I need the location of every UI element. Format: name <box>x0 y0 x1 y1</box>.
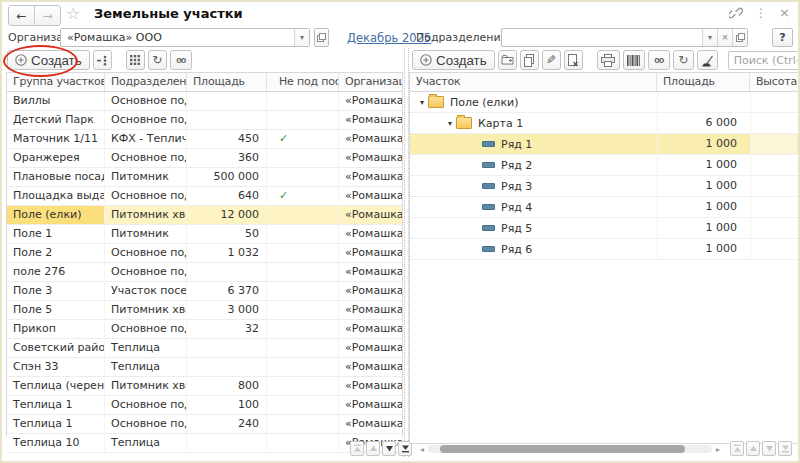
grid-settings-button[interactable] <box>126 50 145 70</box>
column-header-flag[interactable]: Не под посадку <box>267 73 339 91</box>
cell-area <box>187 92 267 110</box>
organization-choose-button[interactable] <box>314 28 329 47</box>
help-button[interactable]: ? <box>772 28 793 47</box>
scroll-left-icon[interactable]: ◂ <box>420 445 428 454</box>
table-row[interactable]: Спэн 33Теплица«Ромашка» ООО <box>7 358 402 377</box>
table-row[interactable]: ВиллыОсновное подра...«Ромашка» ООО <box>7 92 402 111</box>
cell-height <box>750 176 797 196</box>
left-links-button[interactable]: oo <box>170 50 192 70</box>
table-row[interactable]: Теплица (черенки)Питомник хвойные800«Ром… <box>7 377 402 396</box>
copy-button[interactable] <box>520 50 539 70</box>
table-row[interactable]: Советский районТеплица«Ромашка» ООО <box>7 339 402 358</box>
table-row[interactable]: ПрикопОсновное подра...32«Ромашка» ООО <box>7 320 402 339</box>
cell-flag <box>267 206 339 224</box>
go-top-button[interactable] <box>730 441 744 456</box>
go-top-button[interactable] <box>350 441 364 456</box>
table-row[interactable]: Теплица 1Основное подра...240«Ромашка» О… <box>7 415 402 434</box>
cell-dept: Основное подра... <box>105 149 187 167</box>
favorite-star-icon[interactable]: ☆ <box>66 4 80 23</box>
column-header-height[interactable]: Высота в ст <box>750 73 797 91</box>
page-up-button[interactable] <box>366 441 380 456</box>
right-create-button[interactable]: Создать <box>412 50 495 70</box>
cell-group: Теплица 1 <box>7 415 105 433</box>
table-row[interactable]: Плановые посадкиПитомник500 000«Ромашка»… <box>7 168 402 187</box>
tree-row[interactable]: Ряд 61 000 <box>410 239 798 260</box>
table-row[interactable]: Площадка выдачиОсновное подра...640✓«Ром… <box>7 187 402 206</box>
app-window: ← → ☆ Земельные участки ⋮ × Организация:… <box>0 0 800 463</box>
table-row[interactable]: Поле 5Питомник хвойные3 000«Ромашка» ООО <box>7 301 402 320</box>
tree-row[interactable]: ▾Карта 16 000 <box>410 113 798 134</box>
table-row[interactable]: Поле 2Основное подра...1 032«Ромашка» ОО… <box>7 244 402 263</box>
department-combobox[interactable]: ▾ × <box>501 28 748 47</box>
department-value[interactable] <box>502 29 702 46</box>
cell-org: «Ромашка» ООО <box>339 111 402 129</box>
cell-area <box>187 339 267 357</box>
column-header-area[interactable]: Площадь <box>187 73 267 91</box>
mark-deletion-button[interactable] <box>564 50 583 70</box>
cell-area: 12 000 <box>187 206 267 224</box>
cell-group: Маточник 1/11 <box>7 130 105 148</box>
forward-button[interactable]: → <box>34 6 60 25</box>
search-input[interactable] <box>729 52 800 69</box>
go-bottom-button[interactable] <box>778 441 792 456</box>
table-row[interactable]: ОранжереяОсновное подра...360«Ромашка» О… <box>7 149 402 168</box>
department-clear-icon[interactable]: × <box>717 29 732 46</box>
cell-group: Поле (елки) <box>7 206 105 224</box>
expander-icon[interactable]: ▾ <box>416 98 428 107</box>
left-toolbar: Создать ↻ oo <box>7 49 192 71</box>
column-header-group[interactable]: Группа участков <box>7 73 105 91</box>
expander-icon[interactable]: ▾ <box>444 119 456 128</box>
tree-row[interactable]: Ряд 11 000 <box>410 134 798 155</box>
scrollbar-thumb[interactable] <box>440 445 685 453</box>
scrollbar-track[interactable] <box>428 445 712 453</box>
close-icon[interactable]: × <box>779 6 790 20</box>
tree-row[interactable]: Ряд 31 000 <box>410 176 798 197</box>
tree-row[interactable]: ▾Поле (елки) <box>410 92 798 113</box>
table-row[interactable]: Поле 3Участок посева6 370«Ромашка» ООО <box>7 282 402 301</box>
create-group-button[interactable] <box>498 50 517 70</box>
barcode-button[interactable] <box>623 50 645 70</box>
edit-button[interactable]: ✎ <box>542 50 561 70</box>
table-row[interactable]: Теплица 1Основное подра...100«Ромашка» О… <box>7 396 402 415</box>
back-button[interactable]: ← <box>9 6 34 25</box>
left-refresh-button[interactable]: ↻ <box>148 50 167 70</box>
checkmark-icon: ✓ <box>279 132 288 145</box>
department-choose-icon[interactable] <box>732 29 747 46</box>
cell-group: Спэн 33 <box>7 358 105 376</box>
scroll-right-icon[interactable]: ▸ <box>712 445 720 454</box>
column-header-plot[interactable]: Участок <box>410 73 657 91</box>
right-links-button[interactable]: oo <box>648 50 670 70</box>
left-create-button[interactable]: Создать <box>7 50 90 70</box>
right-refresh-button[interactable]: ↻ <box>673 50 694 70</box>
cell-org: «Ромашка» ООО <box>339 149 402 167</box>
page-down-button[interactable] <box>382 441 396 456</box>
page-down-button[interactable] <box>762 441 776 456</box>
cell-area: 1 000 <box>657 134 750 154</box>
cell-area: 1 032 <box>187 244 267 262</box>
tree-row[interactable]: Ряд 41 000 <box>410 197 798 218</box>
cell-org: «Ромашка» ООО <box>339 377 402 395</box>
tree-row[interactable]: Ряд 51 000 <box>410 218 798 239</box>
table-row[interactable]: поле 276Основное подра...«Ромашка» ООО <box>7 263 402 282</box>
cell-group: Теплица (черенки) <box>7 377 105 395</box>
get-link-icon[interactable] <box>729 6 743 20</box>
hierarchy-view-button[interactable] <box>93 50 112 70</box>
more-menu-icon[interactable]: ⋮ <box>755 6 767 20</box>
print-button[interactable] <box>597 50 620 70</box>
page-up-button[interactable] <box>746 441 760 456</box>
organization-dropdown-icon[interactable]: ▾ <box>294 29 309 46</box>
table-row[interactable]: Теплица 10Теплица«Ромашка» ООО <box>7 434 402 453</box>
table-row[interactable]: Поле 1Питомник50«Ромашка» ООО <box>7 225 402 244</box>
column-header-area[interactable]: Площадь <box>657 73 750 91</box>
table-row[interactable]: Поле (елки)Питомник хвойные12 000«Ромашк… <box>7 206 402 225</box>
department-dropdown-icon[interactable]: ▾ <box>702 29 717 46</box>
column-header-dept[interactable]: Подразделение <box>105 73 187 91</box>
table-row[interactable]: Детский ПаркОсновное подра...«Ромашка» О… <box>7 111 402 130</box>
column-header-org[interactable]: Организация <box>339 73 402 91</box>
tree-row[interactable]: Ряд 21 000 <box>410 155 798 176</box>
cell-area: 360 <box>187 149 267 167</box>
organization-value[interactable]: «Ромашка» ООО <box>61 29 294 46</box>
organization-combobox[interactable]: «Ромашка» ООО ▾ <box>60 28 310 47</box>
stamp-button[interactable] <box>697 50 718 70</box>
table-row[interactable]: Маточник 1/11КФХ - Тепличны...450✓«Ромаш… <box>7 130 402 149</box>
